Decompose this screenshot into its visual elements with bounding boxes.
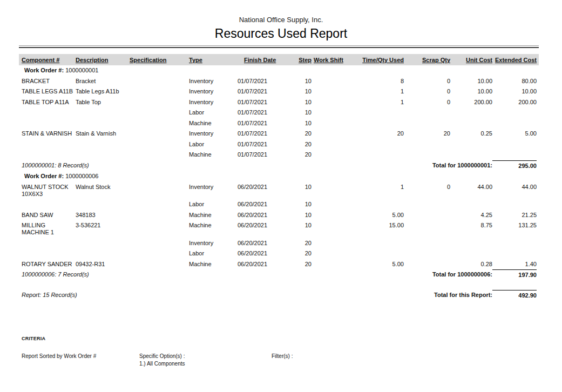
cell-type: Labor — [189, 107, 238, 118]
criteria-row: Report Sorted by Work Order # Specific O… — [22, 353, 539, 367]
column-header-finish-date: Finish Date — [238, 57, 281, 63]
cell-type: Labor — [189, 248, 238, 259]
cell-specification — [130, 220, 189, 224]
cell-work-shift — [312, 129, 344, 132]
cell-work-shift — [312, 220, 344, 224]
cell-finish-date: 01/07/2021 — [238, 97, 281, 108]
cell-work-shift — [312, 86, 344, 90]
cell-specification — [130, 76, 189, 80]
cell-extended-cost: 10.00 — [492, 86, 537, 97]
cell-component — [22, 118, 76, 122]
cell-unit-cost: 44.00 — [450, 182, 492, 193]
cell-time-qty — [344, 139, 404, 143]
criteria-specific-option: 1.) All Components — [139, 360, 272, 367]
cell-step: 10 — [281, 199, 312, 210]
cell-finish-date: 06/20/2021 — [238, 220, 281, 231]
cell-description: Bracket — [76, 76, 130, 87]
cell-step: 10 — [281, 107, 312, 118]
cell-finish-date: 06/20/2021 — [238, 182, 281, 193]
cell-finish-date: 06/20/2021 — [238, 238, 281, 249]
table-row: BAND SAW348183Machine06/20/2021105.004.2… — [19, 210, 539, 221]
table-row: Labor01/07/202110 — [19, 107, 539, 118]
cell-specification — [130, 248, 189, 252]
column-header-work-shift: Work Shift — [312, 57, 344, 63]
cell-description — [76, 238, 130, 242]
cell-unit-cost: 8.75 — [450, 220, 492, 231]
report-total-label: Total for this Report: — [281, 290, 492, 301]
cell-component: STAIN & VARNISH — [22, 129, 76, 139]
table-row: Machine01/07/202110 — [19, 118, 539, 129]
cell-type: Inventory — [189, 182, 238, 193]
cell-scrap-qty: 0 — [404, 182, 450, 193]
group-header-label: Work Order #: — [24, 67, 64, 73]
cell-extended-cost — [492, 107, 537, 111]
cell-extended-cost: 21.25 — [492, 210, 537, 221]
cell-time-qty: 15.00 — [344, 220, 404, 231]
cell-time-qty: 5.00 — [344, 210, 404, 221]
report-content: Component # Description Specification Ty… — [19, 45, 539, 367]
group-header-value: 1000000006 — [64, 173, 98, 179]
cell-step: 20 — [281, 129, 312, 139]
divider-line-thin — [19, 45, 539, 46]
cell-description — [76, 118, 130, 122]
divider-line-thick — [19, 47, 539, 48]
cell-specification — [130, 259, 189, 263]
cell-description — [76, 107, 130, 111]
cell-line: WALNUT STOCK — [22, 184, 76, 191]
table-row: STAIN & VARNISHStain & VarnishInventory0… — [19, 129, 539, 139]
cell-specification — [130, 238, 189, 242]
criteria-specific-options-label: Specific Option(s) : — [139, 353, 272, 360]
cell-scrap-qty — [404, 220, 450, 224]
cell-step: 20 — [281, 150, 312, 160]
cell-scrap-qty — [404, 248, 450, 252]
cell-finish-date: 06/20/2021 — [238, 259, 281, 270]
cell-component — [22, 248, 76, 252]
criteria-heading: CRITERIA — [22, 336, 539, 341]
cell-unit-cost — [450, 150, 492, 153]
group-records-note: 1000000006: 7 Record(s) — [22, 269, 281, 280]
cell-unit-cost: 200.00 — [450, 97, 492, 108]
cell-component: WALNUT STOCK10X6X3 — [22, 182, 76, 200]
cell-component — [22, 238, 76, 242]
cell-time-qty — [344, 199, 404, 203]
cell-finish-date: 01/07/2021 — [238, 118, 281, 129]
table-row: MILLINGMACHINE 13-536221Machine06/20/202… — [19, 220, 539, 238]
cell-step: 20 — [281, 238, 312, 249]
group-header-row: Work Order #: 1000000006 — [19, 171, 539, 182]
criteria-section: CRITERIA Report Sorted by Work Order # S… — [19, 336, 539, 367]
cell-specification — [130, 139, 189, 143]
cell-type: Inventory — [189, 86, 238, 97]
cell-step: 10 — [281, 76, 312, 87]
cell-component — [22, 150, 76, 153]
group-records-note: 1000000001: 8 Record(s) — [22, 160, 281, 171]
cell-component: ROTARY SANDER — [22, 259, 76, 270]
cell-type: Labor — [189, 199, 238, 210]
group-header-label: Work Order #: — [24, 173, 64, 179]
cell-component: TABLE TOP A11A — [22, 97, 76, 108]
report-records-note: Report: 15 Record(s) — [22, 290, 281, 301]
group-total-amount: 197.90 — [492, 269, 537, 281]
table-row: Inventory06/20/202120 — [19, 238, 539, 249]
table-row: TABLE TOP A11ATable TopInventory01/07/20… — [19, 97, 539, 108]
cell-finish-date: 01/07/2021 — [238, 139, 281, 150]
table-row: Labor06/20/202110 — [19, 199, 539, 210]
table-body: Work Order #: 1000000001BRACKETBracketIn… — [19, 65, 539, 281]
cell-time-qty — [344, 248, 404, 252]
cell-finish-date: 06/20/2021 — [238, 199, 281, 210]
cell-extended-cost — [492, 150, 537, 153]
table-row: WALNUT STOCK10X6X3Walnut StockInventory0… — [19, 182, 539, 200]
report-total-amount: 492.90 — [492, 290, 537, 301]
group-footer-row: 1000000006: 7 Record(s)Total for 1000000… — [19, 269, 539, 281]
cell-type: Machine — [189, 118, 238, 129]
column-header-time-qty-used: Time/Qty Used — [344, 57, 404, 63]
group-header-value: 1000000001 — [64, 67, 98, 73]
cell-specification — [130, 97, 189, 101]
table-row: BRACKETBracketInventory01/07/2021108010.… — [19, 76, 539, 87]
cell-specification — [130, 86, 189, 90]
cell-component — [22, 139, 76, 143]
cell-specification — [130, 182, 189, 186]
cell-scrap-qty: 20 — [404, 129, 450, 139]
cell-time-qty: 1 — [344, 182, 404, 193]
column-header-scrap-qty: Scrap Qty — [404, 57, 450, 63]
cell-scrap-qty: 0 — [404, 76, 450, 87]
